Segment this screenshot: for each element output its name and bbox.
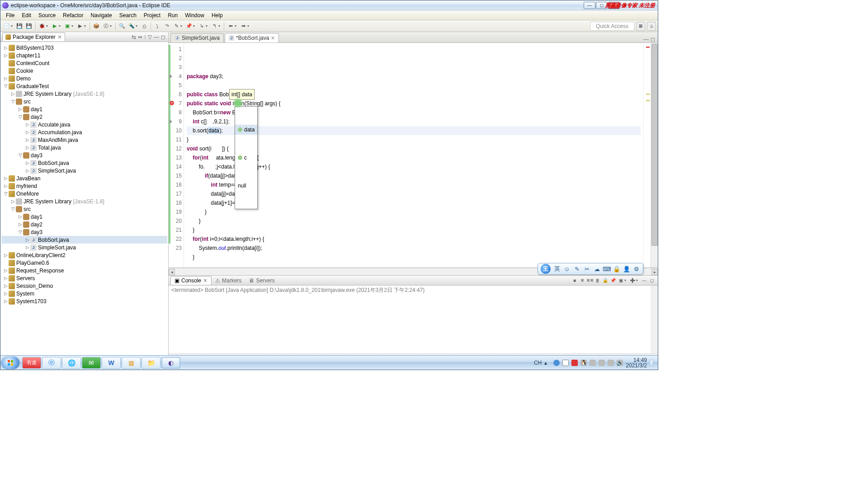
expand-icon[interactable]: ▷: [25, 122, 30, 127]
scroll-left-icon[interactable]: ◂: [169, 269, 175, 275]
tray-action-center-icon[interactable]: [562, 360, 569, 366]
tree-item[interactable]: ▽day3: [1, 151, 167, 159]
tree-item[interactable]: Cookie: [1, 67, 167, 75]
console-display-icon[interactable]: ▣: [618, 277, 624, 284]
code-line[interactable]: for(int i=0;i<data.length;i++) {: [187, 235, 641, 244]
editor-tab-bobsort[interactable]: *BobSort.java ✕: [225, 33, 279, 42]
autocomplete-item[interactable]: c: [235, 153, 257, 163]
package-explorer-tree[interactable]: ▷BillSystem1703▷chapter11ContextCountCoo…: [0, 42, 168, 361]
editor-vertical-scrollbar[interactable]: [651, 43, 658, 267]
fold-icon[interactable]: [170, 119, 172, 124]
open-perspective-button[interactable]: ⊞: [636, 22, 645, 31]
tree-item[interactable]: ▷Acculate.java: [1, 121, 167, 128]
link-editor-icon[interactable]: ⇔: [138, 34, 142, 40]
tray-volume-icon[interactable]: 🔊: [617, 360, 623, 366]
editor-tab-simplesort[interactable]: SimpleSort.java: [170, 33, 224, 42]
ime-toolbar[interactable]: 王 英 ☺ ✎ ✂ ☁ ⌨ 🔒 👤 ⚙: [538, 263, 643, 275]
console-remove-icon[interactable]: ✖: [579, 277, 585, 284]
new-button[interactable]: 📄: [2, 22, 11, 31]
tree-item[interactable]: ▷SimpleSort.java: [1, 167, 167, 174]
start-button[interactable]: [1, 357, 19, 369]
menu-file[interactable]: File: [2, 11, 18, 19]
tree-item[interactable]: ▽src: [1, 98, 167, 105]
menu-navigate[interactable]: Navigate: [87, 11, 115, 19]
package-explorer-close-icon[interactable]: ✕: [57, 34, 62, 40]
taskbar-wps[interactable]: W: [102, 357, 121, 369]
save-button[interactable]: 💾: [15, 22, 24, 31]
maximize-view-icon[interactable]: ◻: [161, 34, 165, 40]
taskbar-app1[interactable]: ▦: [122, 357, 141, 369]
tree-item[interactable]: ▽GraduateTest: [1, 82, 167, 90]
tree-item[interactable]: ▷Servers: [1, 274, 167, 282]
autocomplete-item[interactable]: null: [235, 181, 257, 191]
tree-item[interactable]: ▷OnlineLibraryClient2: [1, 251, 167, 259]
prev-ann-button[interactable]: ↰: [210, 22, 219, 31]
expand-icon[interactable]: ▽: [18, 230, 23, 235]
package-explorer-tab[interactable]: Package Explorer ✕: [2, 33, 65, 41]
tray-penguin-icon[interactable]: 🐧: [580, 360, 587, 366]
tree-item[interactable]: ▷Accumulation.java: [1, 128, 167, 136]
expand-icon[interactable]: ▷: [25, 168, 30, 173]
expand-icon[interactable]: ▷: [3, 291, 9, 296]
tree-item[interactable]: ▷BillSystem1703: [1, 44, 167, 52]
forward-button[interactable]: ➡: [239, 22, 248, 31]
console-max-icon[interactable]: ◻: [649, 277, 655, 284]
tree-item[interactable]: ▽day3: [1, 228, 167, 236]
expand-icon[interactable]: ▷: [3, 183, 9, 188]
menu-window[interactable]: Window: [181, 11, 208, 19]
scroll-right-icon[interactable]: ▸: [651, 269, 658, 275]
tree-item[interactable]: ▷JavaBean: [1, 174, 167, 182]
skip-button[interactable]: ⤵: [153, 22, 162, 31]
console-open-icon[interactable]: ➕: [629, 277, 636, 284]
taskbar-chrome[interactable]: 🌐: [62, 357, 81, 369]
back-button[interactable]: ⬅: [226, 22, 235, 31]
run-dropdown[interactable]: ▾: [59, 24, 62, 28]
tree-item[interactable]: ▷BobSort.java: [1, 159, 167, 167]
open-type-button[interactable]: 🔍: [118, 22, 127, 31]
console-vertical-scrollbar[interactable]: [651, 286, 658, 353]
tray-shield-icon[interactable]: [571, 360, 578, 366]
focus-icon[interactable]: ⁝: [144, 34, 146, 40]
expand-icon[interactable]: ▷: [3, 299, 9, 304]
next-ann-button[interactable]: ↳: [197, 22, 206, 31]
editor-tab-close-icon[interactable]: ✕: [271, 35, 275, 41]
step-button[interactable]: ↷: [162, 22, 171, 31]
tree-item[interactable]: ▷MaxAndMin.java: [1, 136, 167, 144]
tree-item[interactable]: ▷day1: [1, 213, 167, 221]
editor-gutter[interactable]: 1234567×891011121314151617181920212223: [169, 43, 184, 267]
search-dropdown[interactable]: ▾: [136, 24, 139, 28]
menu-edit[interactable]: Edit: [18, 11, 35, 19]
debug-dropdown[interactable]: ▾: [46, 24, 50, 28]
next-ann-dropdown[interactable]: ▾: [206, 24, 209, 28]
tree-item[interactable]: ▷Total.java: [1, 144, 167, 151]
expand-icon[interactable]: ▷: [3, 253, 9, 258]
tree-item[interactable]: PlayGame0.6: [1, 259, 167, 267]
code-line[interactable]: }: [187, 216, 641, 225]
menu-search[interactable]: Search: [116, 11, 140, 19]
window-minimize-button[interactable]: —: [584, 2, 595, 9]
ime-language-button[interactable]: 英: [553, 265, 561, 272]
ime-keyboard-icon[interactable]: ⌨: [603, 265, 610, 272]
run-button[interactable]: ▶: [50, 22, 59, 31]
back-dropdown[interactable]: ▾: [235, 24, 238, 28]
expand-icon[interactable]: ▷: [3, 53, 9, 58]
expand-icon[interactable]: ▷: [3, 268, 9, 273]
toggle-breadcrumb-button[interactable]: ⎙: [140, 22, 149, 31]
new-class-button[interactable]: Ⓒ: [101, 22, 110, 31]
menu-refactor[interactable]: Refactor: [59, 11, 87, 19]
tree-item[interactable]: ▷Request_Response: [1, 267, 167, 274]
pin-dropdown[interactable]: ▾: [193, 24, 197, 28]
run-last-button[interactable]: ▶: [75, 22, 85, 31]
java-perspective-button[interactable]: ♨: [647, 22, 656, 31]
toggle-mark-button[interactable]: ✎: [172, 22, 181, 31]
tray-battery-icon[interactable]: [608, 360, 614, 366]
code-line[interactable]: }: [187, 225, 641, 235]
expand-icon[interactable]: ▷: [18, 214, 23, 219]
expand-icon[interactable]: ▷: [25, 237, 30, 242]
taskbar-youdao[interactable]: 有道: [22, 357, 41, 369]
tree-item[interactable]: ▽src: [1, 205, 167, 213]
debug-button[interactable]: 🐞: [38, 22, 47, 31]
expand-icon[interactable]: ▷: [25, 160, 30, 165]
ime-emoji-icon[interactable]: ☺: [563, 265, 571, 272]
pin-button[interactable]: 📌: [184, 22, 193, 31]
